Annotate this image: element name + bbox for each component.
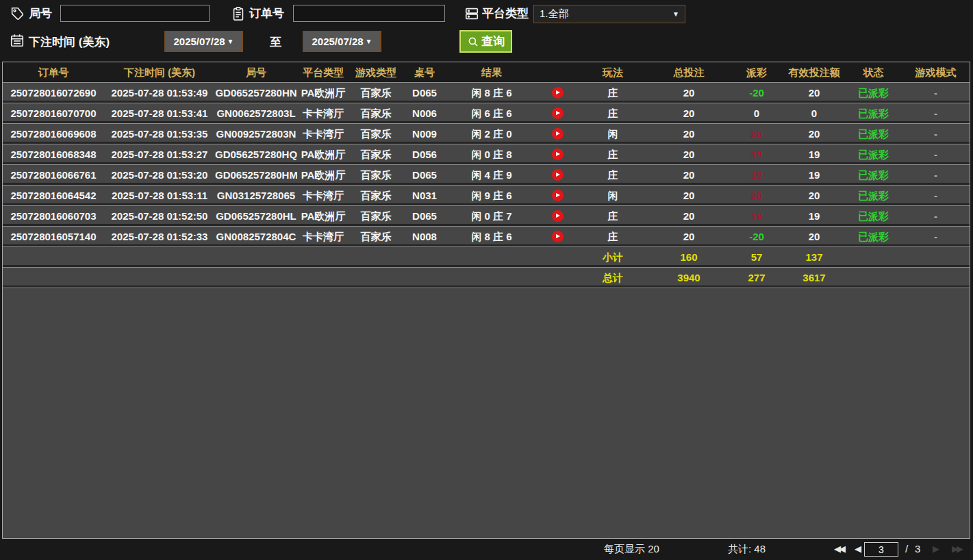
cell-payout: -20 — [730, 84, 783, 102]
play-icon — [556, 234, 560, 238]
cell-time: 2025-07-28 01:53:27 — [104, 146, 215, 164]
cell-table_no: N031 — [403, 187, 446, 205]
grand-total-row-valid: 3617 — [783, 269, 845, 287]
cell-valid: 20 — [783, 228, 845, 246]
subtotal-row-bet: 小计 — [578, 249, 648, 266]
cell-game: 百家乐 — [349, 187, 403, 205]
cell-game: 百家乐 — [349, 146, 403, 164]
cell-game: 百家乐 — [349, 228, 403, 246]
date-from-value: 2025/07/28 — [174, 36, 225, 47]
header-platform: 平台类型 — [297, 64, 349, 81]
cell-result: 闲 4 庄 9 — [446, 166, 537, 184]
header-total: 总投注 — [648, 64, 730, 81]
play-video-button[interactable] — [552, 87, 564, 99]
bet-records-page: { "colors": { "accent_gold": "#d6b25e", … — [0, 0, 973, 560]
cell-table_no: N009 — [403, 125, 446, 143]
table-body: 2507280160726902025-07-28 01:53:49GD0652… — [3, 83, 970, 288]
cell-result: 闲 0 庄 7 — [446, 207, 537, 225]
cell-play — [537, 187, 578, 205]
header-round: 局号 — [215, 64, 297, 81]
grand-total-row-total: 3940 — [648, 269, 730, 287]
cell-mode: - — [902, 228, 970, 246]
cell-result: 闲 0 庄 8 — [446, 146, 537, 164]
cell-platform: 卡卡湾厅 — [297, 187, 349, 205]
magnifier-icon — [467, 36, 479, 48]
total-pages-label: 3 — [915, 539, 920, 559]
platform-type-value: 1.全部 — [540, 8, 672, 21]
date-to-value: 2025/07/28 — [312, 36, 364, 47]
cell-platform: 卡卡湾厅 — [297, 105, 349, 123]
cell-total: 20 — [648, 84, 730, 102]
table-header-row: 订单号下注时间 (美东)局号平台类型游戏类型桌号结果玩法总投注派彩有效投注额状态… — [3, 62, 970, 83]
date-from-select[interactable]: 2025/07/28 ▼ — [164, 31, 243, 52]
cell-bet: 庄 — [578, 146, 648, 164]
cell-time: 2025-07-28 01:53:20 — [104, 166, 215, 184]
play-video-button[interactable] — [552, 210, 564, 222]
cell-bet: 庄 — [578, 166, 648, 184]
round-no-input[interactable] — [60, 5, 210, 22]
cell-time: 2025-07-28 01:52:50 — [104, 207, 215, 225]
cell-mode: - — [902, 207, 970, 225]
cell-valid: 20 — [783, 84, 845, 102]
cell-bet: 庄 — [578, 207, 648, 225]
clipboard-icon — [231, 6, 246, 21]
cell-mode: - — [902, 166, 970, 184]
cell-id: 250728016064542 — [3, 187, 104, 205]
search-button[interactable]: 查询 — [459, 30, 512, 53]
table-empty-area — [3, 288, 970, 538]
play-video-button[interactable] — [552, 149, 564, 160]
cell-status: 已派彩 — [845, 84, 902, 102]
cell-valid: 19 — [783, 146, 845, 164]
next-page-icon[interactable]: ▶ — [933, 539, 937, 559]
date-to-select[interactable]: 2025/07/28 ▼ — [303, 31, 381, 52]
cell-status: 已派彩 — [845, 146, 902, 164]
cell-result: 闲 9 庄 6 — [446, 187, 537, 205]
platform-type-select[interactable]: 1.全部 ▼ — [533, 5, 685, 23]
per-page-label: 每页显示 20 — [604, 539, 659, 559]
cell-result: 闲 8 庄 6 — [446, 84, 537, 102]
cell-payout: 20 — [730, 187, 783, 205]
cell-play — [537, 105, 578, 123]
play-icon — [556, 90, 560, 94]
filter-bar: 局号 订单号 平台类型 1.全部 ▼ — [0, 0, 973, 60]
cell-id: 250728016066761 — [3, 166, 104, 184]
cell-id: 250728016057140 — [3, 228, 104, 246]
cell-status: 已派彩 — [845, 187, 902, 205]
play-icon — [556, 173, 560, 177]
play-icon — [556, 131, 560, 136]
header-status: 状态 — [845, 64, 902, 81]
cell-round: GD065257280HL — [215, 207, 297, 225]
cell-id: 250728016072690 — [3, 84, 104, 102]
cell-platform: 卡卡湾厅 — [297, 125, 349, 143]
pagination-bar: 每页显示 20 共计: 48 ◀◀ ◀ / 3 ▶ ▶▶ — [0, 539, 973, 560]
cell-game: 百家乐 — [349, 125, 403, 143]
prev-page-icon[interactable]: ◀ — [855, 539, 859, 559]
cell-mode: - — [902, 105, 970, 123]
play-video-button[interactable] — [552, 231, 564, 242]
cell-round: GN0092572803N — [215, 125, 297, 143]
last-page-icon[interactable]: ▶▶ — [952, 539, 961, 559]
header-bet: 玩法 — [578, 64, 648, 81]
table-row: 2507280160645422025-07-28 01:53:11GN0312… — [3, 186, 970, 206]
cell-table_no: N006 — [403, 105, 446, 123]
cell-round: GN0062572803L — [215, 105, 297, 123]
bet-records-table: 订单号下注时间 (美东)局号平台类型游戏类型桌号结果玩法总投注派彩有效投注额状态… — [2, 62, 970, 539]
play-video-button[interactable] — [552, 169, 564, 181]
play-video-button[interactable] — [552, 190, 564, 201]
header-payout: 派彩 — [730, 64, 783, 81]
header-game: 游戏类型 — [349, 64, 403, 81]
cell-round: GD065257280HM — [215, 166, 297, 184]
bet-time-label: 下注时间 (美东) — [29, 34, 110, 50]
order-no-input[interactable] — [293, 5, 445, 22]
play-video-button[interactable] — [552, 128, 564, 140]
play-video-button[interactable] — [552, 107, 564, 119]
cell-status: 已派彩 — [845, 207, 902, 225]
first-page-icon[interactable]: ◀◀ — [834, 539, 844, 559]
cell-time: 2025-07-28 01:53:49 — [104, 84, 215, 102]
cell-platform: PA欧洲厅 — [297, 207, 349, 225]
page-number-input[interactable] — [864, 542, 898, 557]
cell-mode: - — [902, 146, 970, 164]
cell-status: 已派彩 — [845, 125, 902, 143]
cell-id: 250728016060703 — [3, 207, 104, 225]
cell-round: GN0082572804C — [215, 228, 297, 246]
